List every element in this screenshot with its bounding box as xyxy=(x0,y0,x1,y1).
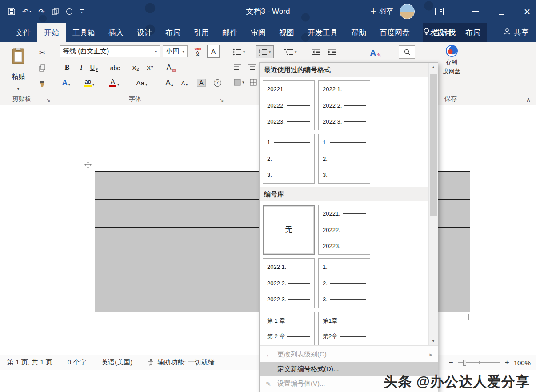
dropdown-scrollbar[interactable]: ▲ ▼ xyxy=(428,63,438,345)
tab-mailings[interactable]: 邮件 xyxy=(216,23,244,42)
format-painter-button[interactable] xyxy=(36,78,49,89)
text-highlight-button[interactable]: ab ▾ xyxy=(84,76,95,88)
save-icon[interactable] xyxy=(8,8,15,15)
font-name-combobox[interactable]: 等线 (西文正文) ▾ xyxy=(60,45,160,57)
maximize-button[interactable] xyxy=(492,0,510,23)
minimize-button[interactable] xyxy=(467,0,484,23)
shrink-font-button[interactable]: A▾ xyxy=(179,76,190,88)
chevron-down-icon[interactable]: ▾ xyxy=(242,80,244,84)
tell-me-button[interactable]: 告诉我 xyxy=(423,23,456,42)
subscript-button[interactable]: X₂ xyxy=(130,60,141,73)
grow-font-button[interactable]: A▴ xyxy=(164,76,175,88)
table-cell[interactable] xyxy=(95,200,187,228)
language-indicator[interactable]: 英语(美国) xyxy=(101,358,132,367)
character-shading-button[interactable]: A xyxy=(196,76,207,88)
circle-icon[interactable] xyxy=(66,8,72,15)
table-cell[interactable] xyxy=(95,228,187,256)
scrollbar-thumb[interactable] xyxy=(430,74,437,216)
undo-button[interactable]: ↶▾ xyxy=(22,8,31,16)
text-effects-button[interactable]: A✎ xyxy=(370,45,381,58)
table-move-handle[interactable] xyxy=(83,160,93,170)
superscript-button[interactable]: X² xyxy=(144,60,156,73)
numbering-option[interactable]: 2022 1.2022 2.2022 3. xyxy=(318,80,370,130)
align-left-button[interactable] xyxy=(231,60,244,73)
align-center-button[interactable] xyxy=(246,60,259,73)
copy-button[interactable] xyxy=(36,62,49,74)
chevron-down-icon[interactable]: ▾ xyxy=(243,50,245,54)
zoom-level[interactable]: 100% xyxy=(514,359,531,367)
user-name[interactable]: 王 羽卒 xyxy=(370,7,393,16)
numbering-option[interactable]: 1.2.3. xyxy=(318,134,370,184)
tab-insert[interactable]: 插入 xyxy=(102,23,130,42)
increase-indent-button[interactable] xyxy=(325,45,339,58)
ribbon-display-options-icon[interactable] xyxy=(435,8,444,15)
tab-review[interactable]: 审阅 xyxy=(244,23,272,42)
zoom-slider[interactable] xyxy=(458,362,500,363)
numbering-option[interactable]: 2022 1.2022 2.2022 3. xyxy=(263,258,315,308)
tab-file[interactable]: 文件 xyxy=(9,23,37,42)
change-case-button[interactable]: Aa▾ xyxy=(136,76,148,88)
menu-item-change-list-level[interactable]: ←更改列表级别(C)▸ xyxy=(260,347,438,362)
table-resize-handle[interactable] xyxy=(463,314,469,320)
numbering-option[interactable]: 20221.20222.20223. xyxy=(263,80,315,130)
user-avatar[interactable] xyxy=(400,4,415,19)
text-effects-small-button[interactable]: A▾ xyxy=(60,76,72,88)
chevron-down-icon[interactable]: ▾ xyxy=(182,49,184,54)
zoom-out-button[interactable]: − xyxy=(449,358,453,367)
baidu-netdisk-save-button[interactable]: 存到 度网盘 xyxy=(439,45,464,89)
accessibility-status[interactable]: 辅助功能: 一切就绪 xyxy=(148,358,214,367)
enclose-character-button[interactable]: 字 xyxy=(212,76,223,88)
multilevel-list-button[interactable]: ▾ xyxy=(282,45,300,58)
undo-dropdown-icon[interactable]: ▾ xyxy=(29,10,31,13)
close-button[interactable]: × xyxy=(518,0,536,23)
pages-icon[interactable] xyxy=(52,8,59,15)
zoom-in-button[interactable]: + xyxy=(505,358,509,367)
table-cell[interactable] xyxy=(95,172,187,200)
clipboard-dialog-launcher[interactable]: ↘ xyxy=(46,97,50,103)
chevron-down-icon[interactable]: ▾ xyxy=(269,50,271,54)
tab-design[interactable]: 设计 xyxy=(130,23,159,42)
redo-button[interactable]: ↷ xyxy=(38,8,44,16)
tab-toolbox[interactable]: 工具箱 xyxy=(66,23,102,42)
search-button[interactable] xyxy=(399,45,415,59)
table-cell[interactable] xyxy=(95,256,187,284)
zoom-slider-thumb[interactable] xyxy=(463,360,466,366)
tab-baidu-pan[interactable]: 百度网盘 xyxy=(373,23,416,42)
borders-button[interactable] xyxy=(247,76,260,88)
chevron-down-icon[interactable]: ▾ xyxy=(96,67,98,72)
cut-button[interactable]: ✂ xyxy=(36,47,49,58)
tab-developer[interactable]: 开发工具 xyxy=(301,23,344,42)
underline-button[interactable]: U▾ xyxy=(88,60,100,73)
table-cell[interactable] xyxy=(95,284,187,312)
chevron-down-icon[interactable]: ▾ xyxy=(68,82,71,87)
bullets-button[interactable]: ▾ xyxy=(230,45,248,58)
numbering-option[interactable]: 第1章第2章第3章 xyxy=(318,312,370,345)
numbering-button[interactable]: 123 ▾ xyxy=(256,45,274,58)
tab-view[interactable]: 视图 xyxy=(272,23,301,42)
share-button[interactable]: 共享 xyxy=(504,23,529,42)
clear-formatting-button[interactable]: A xyxy=(165,60,177,73)
scroll-up-icon[interactable]: ▲ xyxy=(429,63,438,72)
phonetic-guide-button[interactable]: wén 文 xyxy=(191,45,204,58)
italic-button[interactable]: I xyxy=(76,60,87,73)
tab-layout[interactable]: 布局 xyxy=(159,23,187,42)
numbering-option[interactable]: 第 1 章第 2 章第 3 章 xyxy=(263,312,315,345)
font-color-button[interactable]: A ▾ xyxy=(108,76,120,88)
numbering-option[interactable]: 1.2.3. xyxy=(318,258,370,308)
chevron-down-icon[interactable]: ▾ xyxy=(117,82,120,87)
shading-button[interactable]: ▾ xyxy=(231,76,247,88)
paste-dropdown-icon[interactable]: ▾ xyxy=(17,87,20,91)
numbering-option[interactable]: 1.2.3. xyxy=(263,134,315,184)
character-border-button[interactable]: A xyxy=(207,45,220,58)
tab-help[interactable]: 帮助 xyxy=(344,23,373,42)
strikethrough-button[interactable]: abc xyxy=(109,60,121,73)
tab-home[interactable]: 开始 xyxy=(37,23,66,42)
paste-button[interactable]: 粘贴 ▾ xyxy=(6,46,30,93)
tab-references[interactable]: 引用 xyxy=(187,23,216,42)
font-size-combobox[interactable]: 小四 ▾ xyxy=(163,45,188,57)
qat-customize-icon[interactable]: ▾ xyxy=(80,9,84,14)
chevron-down-icon[interactable]: ▾ xyxy=(145,82,148,87)
bold-button[interactable]: B xyxy=(61,60,73,73)
decrease-indent-button[interactable] xyxy=(309,45,323,58)
chevron-down-icon[interactable]: ▾ xyxy=(295,50,297,54)
